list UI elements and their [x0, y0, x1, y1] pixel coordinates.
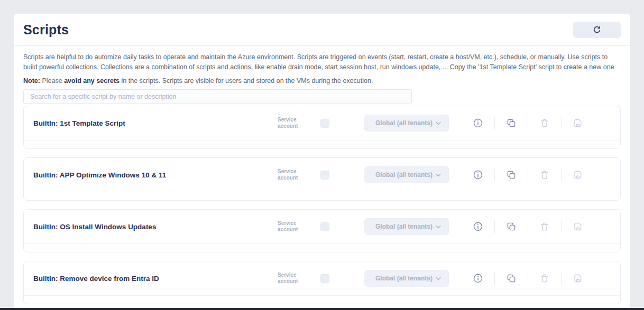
info-button[interactable] — [472, 221, 484, 232]
panel-body: Scripts are helpful to do automize daily… — [14, 46, 630, 304]
save-button[interactable] — [572, 273, 584, 284]
save-icon — [573, 273, 583, 284]
row-footer — [24, 296, 620, 304]
refresh-button[interactable] — [573, 22, 621, 38]
delete-button[interactable] — [539, 117, 550, 129]
divider — [494, 220, 495, 233]
service-account-label: Service account — [278, 168, 304, 181]
script-row: BuiltIn: OS Install Windows Updates Serv… — [23, 209, 621, 252]
chevron-down-icon — [436, 173, 441, 177]
info-button[interactable] — [472, 273, 484, 284]
refresh-icon — [593, 26, 601, 34]
info-icon — [473, 221, 483, 232]
chevron-down-icon — [436, 225, 441, 229]
service-account-checkbox[interactable] — [320, 222, 329, 231]
trash-icon — [539, 118, 550, 128]
duplicate-button[interactable] — [505, 169, 517, 181]
scope-dropdown[interactable]: Global (all tenants) — [364, 166, 449, 183]
search-input[interactable] — [23, 89, 412, 104]
scope-dropdown[interactable]: Global (all tenants) — [364, 115, 449, 131]
row-footer — [24, 244, 620, 252]
row-actions — [472, 117, 584, 129]
delete-button[interactable] — [539, 169, 550, 181]
duplicate-icon — [506, 170, 517, 180]
info-button[interactable] — [472, 169, 484, 181]
info-icon — [473, 170, 483, 180]
script-row: BuiltIn: 1st Template Script Service acc… — [23, 106, 621, 149]
divider — [561, 220, 562, 233]
delete-button[interactable] — [539, 273, 550, 284]
script-row: BuiltIn: Remove device from Entra ID Ser… — [23, 261, 621, 304]
save-button[interactable] — [572, 169, 584, 181]
secrets-note: Note: Please avoid any secrets in the sc… — [23, 76, 621, 86]
save-button[interactable] — [572, 117, 584, 129]
divider — [494, 117, 495, 129]
script-name: BuiltIn: OS Install Windows Updates — [33, 223, 278, 231]
service-account-checkbox[interactable] — [320, 171, 329, 180]
info-icon — [473, 118, 483, 128]
divider — [528, 272, 528, 285]
divider — [528, 168, 528, 181]
service-account-label: Service account — [278, 117, 304, 129]
duplicate-icon — [506, 221, 517, 232]
service-account-checkbox[interactable] — [320, 274, 329, 283]
duplicate-icon — [506, 118, 517, 128]
page-title: Scripts — [23, 22, 69, 37]
chevron-down-icon — [436, 277, 441, 280]
save-button[interactable] — [572, 221, 584, 232]
row-footer — [24, 192, 620, 200]
divider — [528, 220, 528, 233]
script-name: BuiltIn: 1st Template Script — [33, 119, 278, 127]
chevron-down-icon — [436, 121, 441, 125]
delete-button[interactable] — [539, 221, 550, 232]
duplicate-button[interactable] — [505, 273, 517, 284]
duplicate-button[interactable] — [505, 117, 517, 129]
divider — [561, 117, 562, 129]
trash-icon — [539, 170, 550, 180]
row-actions — [472, 168, 584, 181]
duplicate-button[interactable] — [505, 221, 517, 232]
divider — [494, 272, 495, 285]
panel-header: Scripts — [14, 14, 630, 46]
divider — [561, 168, 562, 181]
divider — [528, 117, 528, 129]
trash-icon — [539, 273, 550, 284]
save-icon — [573, 221, 583, 232]
script-name: BuiltIn: Remove device from Entra ID — [33, 275, 278, 283]
divider — [561, 272, 562, 285]
scripts-panel: Scripts Scripts are helpful to do automi… — [14, 14, 630, 310]
window-bottom-edge — [0, 308, 644, 310]
save-icon — [573, 170, 583, 180]
script-row: BuiltIn: APP Optimize Windows 10 & 11 Se… — [23, 157, 621, 201]
divider — [494, 168, 495, 181]
scope-dropdown[interactable]: Global (all tenants) — [364, 270, 449, 287]
info-icon — [473, 273, 483, 284]
info-button[interactable] — [472, 117, 484, 129]
row-footer — [24, 140, 620, 148]
row-actions — [472, 220, 584, 233]
trash-icon — [539, 221, 550, 232]
service-account-label: Service account — [278, 220, 304, 233]
duplicate-icon — [506, 273, 517, 284]
page-description: Scripts are helpful to do automize daily… — [23, 52, 621, 72]
service-account-checkbox[interactable] — [320, 119, 329, 128]
row-actions — [472, 272, 584, 285]
script-name: BuiltIn: APP Optimize Windows 10 & 11 — [33, 171, 278, 179]
service-account-label: Service account — [278, 272, 304, 285]
save-icon — [573, 118, 583, 128]
scripts-list: BuiltIn: 1st Template Script Service acc… — [23, 106, 621, 304]
scope-dropdown[interactable]: Global (all tenants) — [364, 218, 449, 235]
